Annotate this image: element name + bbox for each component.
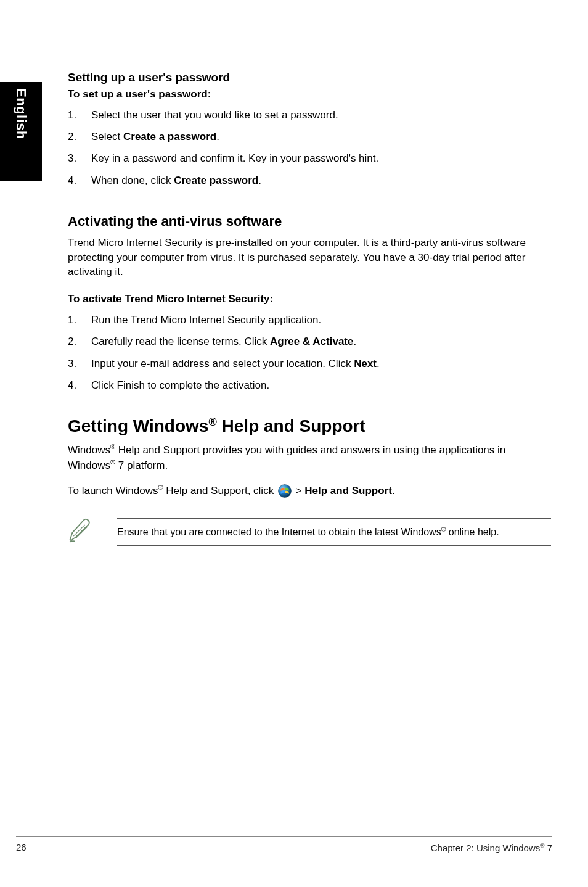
document-page: English Setting up a user's password To … — [0, 0, 588, 887]
text-frag: . — [377, 358, 380, 369]
registered-mark: ® — [208, 416, 216, 428]
page-content: Setting up a user's password To set up a… — [68, 71, 551, 547]
list-item: 2. Carefully read the license terms. Cli… — [68, 333, 551, 350]
text-bold: Help and Support — [304, 485, 392, 497]
text-frag: Carefully read the license terms. Click — [91, 336, 270, 347]
list-text: Click Finish to complete the activation. — [91, 377, 551, 394]
section1-subheading: To set up a user's password: — [68, 88, 551, 101]
list-text: Select the user that you would like to s… — [91, 107, 551, 123]
list-text: Key in a password and confirm it. Key in… — [91, 150, 551, 167]
text-frag: Help and Support — [217, 416, 365, 435]
svg-point-0 — [278, 485, 291, 498]
list-item: 3. Key in a password and confirm it. Key… — [68, 150, 551, 167]
list-num: 1. — [68, 107, 91, 123]
text-frag: Ensure that you are connected to the Int… — [117, 527, 441, 537]
text-frag: Input your e-mail address and select you… — [91, 358, 354, 369]
list-num: 1. — [68, 311, 91, 328]
text-frag: To launch Windows — [68, 485, 158, 497]
list-text: When done, click Create password. — [91, 172, 551, 189]
page-number: 26 — [16, 842, 27, 853]
windows-start-orb-icon — [278, 484, 292, 498]
section1-list: 1. Select the user that you would like t… — [68, 107, 551, 189]
list-text: Select Create a password. — [91, 128, 551, 145]
text-frag: Select — [91, 131, 123, 142]
list-text: Run the Trend Micro Internet Security ap… — [91, 311, 551, 328]
list-num: 2. — [68, 333, 91, 350]
list-num: 3. — [68, 150, 91, 167]
text-frag: When done, click — [91, 175, 174, 186]
text-frag: > — [293, 485, 304, 497]
list-num: 4. — [68, 172, 91, 189]
section2-list: 1. Run the Trend Micro Internet Security… — [68, 311, 551, 394]
note-block: Ensure that you are connected to the Int… — [68, 517, 551, 547]
text-bold: Create a password — [123, 131, 216, 142]
launch-instruction: To launch Windows® Help and Support, cli… — [68, 482, 551, 498]
text-frag: . — [258, 175, 261, 186]
list-item: 2. Select Create a password. — [68, 128, 551, 145]
text-frag: 7 — [544, 843, 552, 853]
registered-mark: ® — [110, 443, 115, 450]
section3-para: Windows® Help and Support provides you w… — [68, 442, 551, 472]
list-item: 1. Select the user that you would like t… — [68, 107, 551, 123]
registered-mark: ® — [110, 458, 115, 466]
list-item: 1. Run the Trend Micro Internet Security… — [68, 311, 551, 328]
list-num: 2. — [68, 128, 91, 145]
list-text: Carefully read the license terms. Click … — [91, 333, 551, 350]
section3-heading: Getting Windows® Help and Support — [68, 416, 551, 436]
page-footer: 26 Chapter 2: Using Windows® 7 — [16, 836, 552, 853]
note-text: Ensure that you are connected to the Int… — [117, 518, 551, 546]
text-frag: online help. — [446, 527, 499, 537]
text-frag: . — [353, 336, 356, 347]
language-tab: English — [0, 82, 42, 181]
registered-mark: ® — [158, 484, 163, 491]
list-num: 3. — [68, 355, 91, 372]
list-item: 4. When done, click Create password. — [68, 172, 551, 189]
text-frag: Windows — [68, 444, 110, 456]
list-num: 4. — [68, 377, 91, 394]
text-frag: . — [216, 131, 219, 142]
section2-subheading: To activate Trend Micro Internet Securit… — [68, 293, 551, 305]
chapter-label: Chapter 2: Using Windows® 7 — [431, 842, 552, 853]
text-frag: Getting Windows — [68, 416, 208, 435]
text-frag: 7 platform. — [115, 459, 168, 471]
text-frag: Help and Support, click — [163, 485, 277, 497]
section2-para: Trend Micro Internet Security is pre-ins… — [68, 236, 551, 279]
text-bold: Create password — [174, 175, 258, 186]
text-frag: . — [392, 485, 395, 497]
list-item: 4. Click Finish to complete the activati… — [68, 377, 551, 394]
text-frag: Chapter 2: Using Windows — [431, 843, 541, 853]
list-text: Input your e-mail address and select you… — [91, 355, 551, 372]
note-pen-icon — [68, 517, 99, 547]
text-bold: Agree & Activate — [270, 336, 353, 347]
section1-heading: Setting up a user's password — [68, 71, 551, 85]
section2-heading: Activating the anti-virus software — [68, 213, 551, 229]
text-bold: Next — [354, 358, 377, 369]
language-tab-label: English — [13, 88, 29, 139]
list-item: 3. Input your e-mail address and select … — [68, 355, 551, 372]
